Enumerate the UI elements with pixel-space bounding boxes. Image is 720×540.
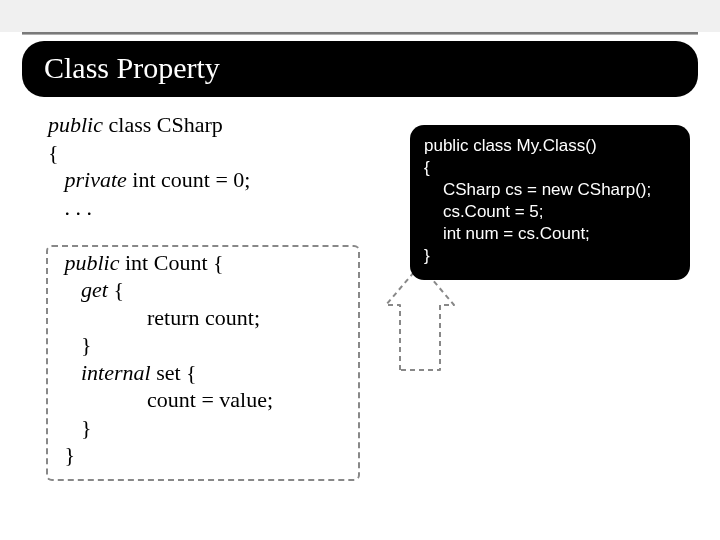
kw-private: private bbox=[48, 167, 127, 192]
code-text: int num = cs.Count; bbox=[424, 224, 590, 243]
kw-get: get bbox=[48, 277, 108, 302]
code-text: cs.Count = 5; bbox=[424, 202, 544, 221]
code-text: public class My.Class() bbox=[424, 136, 597, 155]
code-text: } bbox=[48, 332, 92, 357]
code-text: class CSharp bbox=[103, 112, 223, 137]
kw-public-1: public bbox=[48, 112, 103, 137]
slide: Class Property public class CSharp { pri… bbox=[0, 32, 720, 540]
content-area: public class CSharp { private int count … bbox=[0, 97, 720, 469]
code-text: { bbox=[424, 158, 430, 177]
code-text: { bbox=[108, 277, 124, 302]
kw-public-2: public bbox=[48, 250, 120, 275]
kw-internal: internal bbox=[48, 360, 151, 385]
code-text: return count; bbox=[48, 305, 260, 330]
code-text: { bbox=[48, 140, 59, 165]
code-text: int Count { bbox=[120, 250, 224, 275]
code-text: . . . bbox=[48, 195, 92, 220]
code-text: } bbox=[48, 415, 92, 440]
code-text: set { bbox=[151, 360, 197, 385]
code-text: count = value; bbox=[48, 387, 273, 412]
code-text: } bbox=[424, 246, 430, 265]
code-text: int count = 0; bbox=[127, 167, 251, 192]
slide-title: Class Property bbox=[22, 41, 698, 97]
top-rule bbox=[22, 32, 698, 35]
code-block-right: public class My.Class() { CSharp cs = ne… bbox=[410, 125, 690, 280]
code-text: } bbox=[48, 442, 75, 467]
code-text: CSharp cs = new CSharp(); bbox=[424, 180, 651, 199]
